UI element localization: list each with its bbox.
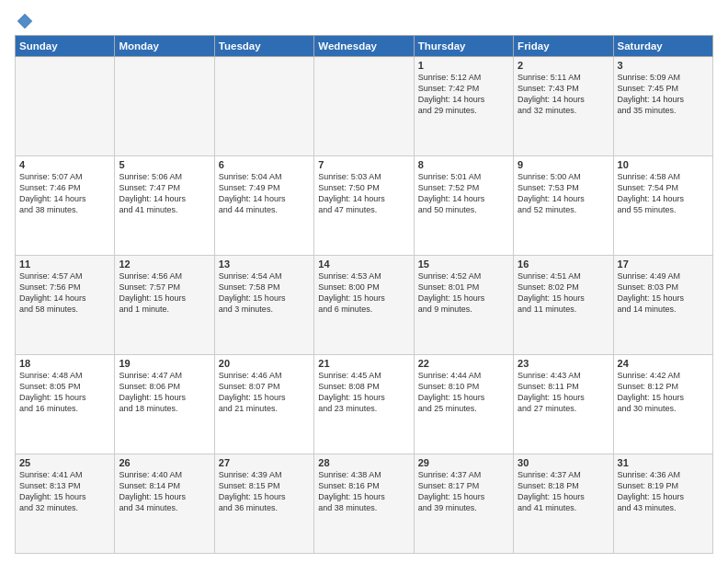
calendar-cell: 28Sunrise: 4:38 AM Sunset: 8:16 PM Dayli…: [314, 454, 414, 554]
day-info: Sunrise: 4:56 AM Sunset: 7:57 PM Dayligh…: [119, 270, 210, 316]
day-number: 1: [418, 60, 509, 71]
calendar-cell: 20Sunrise: 4:46 AM Sunset: 8:07 PM Dayli…: [214, 355, 313, 454]
calendar-cell: 8Sunrise: 5:01 AM Sunset: 7:52 PM Daylig…: [414, 156, 513, 256]
calendar-cell: 18Sunrise: 4:48 AM Sunset: 8:05 PM Dayli…: [16, 355, 115, 454]
calendar-cell: 24Sunrise: 4:42 AM Sunset: 8:12 PM Dayli…: [613, 355, 712, 454]
calendar-cell: 16Sunrise: 4:51 AM Sunset: 8:02 PM Dayli…: [514, 256, 613, 355]
day-info: Sunrise: 5:03 AM Sunset: 7:50 PM Dayligh…: [318, 171, 409, 216]
day-number: 3: [618, 60, 709, 71]
day-info: Sunrise: 5:07 AM Sunset: 7:46 PM Dayligh…: [19, 171, 110, 216]
week-row-3: 11Sunrise: 4:57 AM Sunset: 7:56 PM Dayli…: [16, 256, 713, 355]
calendar-cell: 31Sunrise: 4:36 AM Sunset: 8:19 PM Dayli…: [613, 454, 712, 554]
day-info: Sunrise: 4:57 AM Sunset: 7:56 PM Dayligh…: [19, 270, 110, 316]
calendar-cell: 23Sunrise: 4:43 AM Sunset: 8:11 PM Dayli…: [514, 355, 613, 454]
weekday-header-tuesday: Tuesday: [214, 36, 313, 57]
day-number: 17: [618, 259, 709, 270]
calendar-cell: 9Sunrise: 5:00 AM Sunset: 7:53 PM Daylig…: [514, 156, 613, 256]
weekday-header-friday: Friday: [514, 36, 613, 57]
day-number: 2: [518, 60, 609, 71]
calendar-cell: 1Sunrise: 5:12 AM Sunset: 7:42 PM Daylig…: [414, 57, 513, 156]
day-info: Sunrise: 4:48 AM Sunset: 8:05 PM Dayligh…: [19, 370, 110, 415]
day-number: 7: [318, 159, 409, 170]
day-info: Sunrise: 4:39 AM Sunset: 8:15 PM Dayligh…: [219, 469, 310, 514]
day-info: Sunrise: 4:54 AM Sunset: 7:58 PM Dayligh…: [219, 270, 310, 316]
day-info: Sunrise: 4:47 AM Sunset: 8:06 PM Dayligh…: [119, 370, 210, 415]
calendar-cell: 30Sunrise: 4:37 AM Sunset: 8:18 PM Dayli…: [514, 454, 613, 554]
day-number: 12: [119, 259, 210, 270]
day-info: Sunrise: 5:01 AM Sunset: 7:52 PM Dayligh…: [418, 171, 509, 216]
weekday-header-sunday: Sunday: [16, 36, 115, 57]
calendar-cell: 6Sunrise: 5:04 AM Sunset: 7:49 PM Daylig…: [214, 156, 313, 256]
day-info: Sunrise: 4:42 AM Sunset: 8:12 PM Dayligh…: [618, 370, 709, 415]
day-number: 11: [19, 259, 110, 270]
calendar-cell: [214, 57, 313, 156]
day-number: 22: [418, 358, 509, 369]
day-number: 20: [219, 358, 310, 369]
calendar-cell: 19Sunrise: 4:47 AM Sunset: 8:06 PM Dayli…: [115, 355, 214, 454]
day-info: Sunrise: 4:58 AM Sunset: 7:54 PM Dayligh…: [618, 171, 709, 216]
header: [15, 11, 713, 31]
calendar-cell: 11Sunrise: 4:57 AM Sunset: 7:56 PM Dayli…: [16, 256, 115, 355]
day-number: 31: [618, 457, 709, 468]
calendar-table: SundayMondayTuesdayWednesdayThursdayFrid…: [15, 35, 713, 554]
day-info: Sunrise: 4:51 AM Sunset: 8:02 PM Dayligh…: [518, 270, 609, 316]
day-info: Sunrise: 4:37 AM Sunset: 8:17 PM Dayligh…: [418, 469, 509, 514]
day-number: 13: [219, 259, 310, 270]
calendar-cell: 15Sunrise: 4:52 AM Sunset: 8:01 PM Dayli…: [414, 256, 513, 355]
day-info: Sunrise: 4:36 AM Sunset: 8:19 PM Dayligh…: [618, 469, 709, 514]
calendar-cell: 22Sunrise: 4:44 AM Sunset: 8:10 PM Dayli…: [414, 355, 513, 454]
page: SundayMondayTuesdayWednesdayThursdayFrid…: [0, 0, 728, 563]
day-number: 14: [318, 259, 409, 270]
week-row-4: 18Sunrise: 4:48 AM Sunset: 8:05 PM Dayli…: [16, 355, 713, 454]
svg-marker-2: [18, 15, 31, 27]
calendar-cell: [314, 57, 414, 156]
weekday-header-row: SundayMondayTuesdayWednesdayThursdayFrid…: [16, 36, 713, 57]
calendar-cell: 17Sunrise: 4:49 AM Sunset: 8:03 PM Dayli…: [613, 256, 712, 355]
day-number: 21: [318, 358, 409, 369]
day-info: Sunrise: 4:46 AM Sunset: 8:07 PM Dayligh…: [219, 370, 310, 415]
day-number: 10: [618, 159, 709, 170]
day-info: Sunrise: 5:11 AM Sunset: 7:43 PM Dayligh…: [518, 72, 609, 117]
calendar-cell: 25Sunrise: 4:41 AM Sunset: 8:13 PM Dayli…: [16, 454, 115, 554]
calendar-cell: 21Sunrise: 4:45 AM Sunset: 8:08 PM Dayli…: [314, 355, 414, 454]
day-number: 6: [219, 159, 310, 170]
day-info: Sunrise: 5:04 AM Sunset: 7:49 PM Dayligh…: [219, 171, 310, 216]
weekday-header-thursday: Thursday: [414, 36, 513, 57]
day-number: 25: [19, 457, 110, 468]
day-info: Sunrise: 4:49 AM Sunset: 8:03 PM Dayligh…: [618, 270, 709, 316]
calendar-cell: 14Sunrise: 4:53 AM Sunset: 8:00 PM Dayli…: [314, 256, 414, 355]
day-number: 30: [518, 457, 609, 468]
calendar-cell: [16, 57, 115, 156]
calendar-cell: 10Sunrise: 4:58 AM Sunset: 7:54 PM Dayli…: [613, 156, 712, 256]
week-row-2: 4Sunrise: 5:07 AM Sunset: 7:46 PM Daylig…: [16, 156, 713, 256]
day-number: 28: [318, 457, 409, 468]
day-info: Sunrise: 4:38 AM Sunset: 8:16 PM Dayligh…: [318, 469, 409, 514]
weekday-header-saturday: Saturday: [613, 36, 712, 57]
calendar-cell: [115, 57, 214, 156]
day-number: 27: [219, 457, 310, 468]
day-number: 23: [518, 358, 609, 369]
day-info: Sunrise: 4:53 AM Sunset: 8:00 PM Dayligh…: [318, 270, 409, 316]
calendar-cell: 12Sunrise: 4:56 AM Sunset: 7:57 PM Dayli…: [115, 256, 214, 355]
calendar-cell: 7Sunrise: 5:03 AM Sunset: 7:50 PM Daylig…: [314, 156, 414, 256]
week-row-5: 25Sunrise: 4:41 AM Sunset: 8:13 PM Dayli…: [16, 454, 713, 554]
logo: [15, 11, 39, 31]
day-info: Sunrise: 5:06 AM Sunset: 7:47 PM Dayligh…: [119, 171, 210, 216]
calendar-cell: 5Sunrise: 5:06 AM Sunset: 7:47 PM Daylig…: [115, 156, 214, 256]
day-number: 18: [19, 358, 110, 369]
day-number: 19: [119, 358, 210, 369]
week-row-1: 1Sunrise: 5:12 AM Sunset: 7:42 PM Daylig…: [16, 57, 713, 156]
day-info: Sunrise: 4:45 AM Sunset: 8:08 PM Dayligh…: [318, 370, 409, 415]
day-number: 26: [119, 457, 210, 468]
calendar-cell: 29Sunrise: 4:37 AM Sunset: 8:17 PM Dayli…: [414, 454, 513, 554]
day-number: 16: [518, 259, 609, 270]
day-info: Sunrise: 4:43 AM Sunset: 8:11 PM Dayligh…: [518, 370, 609, 415]
day-number: 29: [418, 457, 509, 468]
day-number: 9: [518, 159, 609, 170]
weekday-header-monday: Monday: [115, 36, 214, 57]
day-number: 5: [119, 159, 210, 170]
generalblue-icon: [15, 11, 35, 31]
weekday-header-wednesday: Wednesday: [314, 36, 414, 57]
day-number: 15: [418, 259, 509, 270]
calendar-cell: 4Sunrise: 5:07 AM Sunset: 7:46 PM Daylig…: [16, 156, 115, 256]
